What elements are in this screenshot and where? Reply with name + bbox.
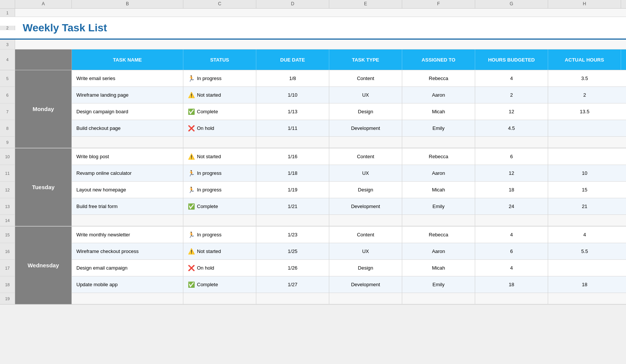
assigned-to-cell: Micah [402, 103, 475, 120]
hours-budgeted-cell: 24 [475, 198, 548, 214]
day-label-tuesday: Tuesday [15, 148, 72, 226]
empty-cell [72, 293, 183, 304]
day-label-wednesday: Wednesday [15, 227, 72, 304]
task-type-cell: UX [329, 165, 402, 181]
status-cell: 🏃In progress [183, 70, 256, 86]
status-text: In progress [197, 76, 222, 81]
empty-cell [183, 215, 256, 226]
status-cell: ⚠️Not started [183, 243, 256, 259]
actual-hours-cell: 5.5 [548, 243, 621, 259]
hours-budgeted-cell: 12 [475, 165, 548, 181]
empty-cell [183, 293, 256, 304]
actual-hours-cell: 4 [548, 227, 621, 243]
day-group-tuesday: 1011121314TuesdayWrite blog post⚠️Not st… [0, 148, 626, 227]
row-num-col: 1011121314 [0, 148, 15, 226]
assigned-to-cell: Emily [402, 120, 475, 136]
task-name-cell: Write email series [72, 70, 183, 86]
status-text: In progress [197, 170, 222, 176]
empty-cell [402, 293, 475, 304]
assigned-to-cell: Micah [402, 182, 475, 198]
empty-row-19 [72, 293, 626, 304]
task-name-cell: Update mobile app [72, 276, 183, 293]
task-row-17: Design email campaign❌On hold1/26DesignM… [72, 260, 626, 276]
empty-cell [402, 137, 475, 148]
status-icon: 🏃 [188, 231, 195, 238]
empty-cell [256, 293, 329, 304]
task-type-cell: Development [329, 120, 402, 136]
empty-cell [548, 293, 621, 304]
assigned-to-cell: Rebecca [402, 70, 475, 86]
hours-budgeted-cell: 12 [475, 103, 548, 120]
status-text: On hold [197, 265, 214, 271]
row-num-16: 16 [0, 243, 15, 260]
row-num-10: 10 [0, 148, 15, 165]
task-name-cell: Build free trial form [72, 198, 183, 214]
status-icon: ❌ [188, 265, 195, 271]
actual-hours-cell: 21 [548, 198, 621, 214]
actual-hours-cell: 15 [548, 182, 621, 198]
row-num-2: 2 [0, 26, 15, 30]
due-date-cell: 1/11 [256, 120, 329, 136]
empty-row-9 [72, 137, 626, 148]
col-header-c: C [183, 0, 256, 8]
hours-budgeted-cell: 4.5 [475, 120, 548, 136]
col-headers-row: A B C D E F G H [0, 0, 626, 9]
due-date-cell: 1/25 [256, 243, 329, 259]
row-3: 3 [0, 40, 626, 49]
task-row-11: Revamp online calculator🏃In progress1/18… [72, 165, 626, 182]
day-groups-container: 56789MondayWrite email series🏃In progres… [0, 70, 626, 305]
header-task-type: TASK TYPE [329, 49, 402, 70]
col-header-f: F [402, 0, 475, 8]
actual-hours-cell: 10 [548, 165, 621, 181]
status-cell: ⚠️Not started [183, 148, 256, 165]
task-type-cell: Design [329, 182, 402, 198]
empty-cell [72, 137, 183, 148]
task-name-cell: Design campaign board [72, 103, 183, 120]
task-type-cell: Design [329, 103, 402, 120]
tasks-col-tuesday: Write blog post⚠️Not started1/16ContentR… [72, 148, 626, 226]
header-due-date: DUE DATE [256, 49, 329, 70]
empty-cell [475, 137, 548, 148]
status-cell: ❌On hold [183, 260, 256, 276]
row-num-13: 13 [0, 198, 15, 215]
empty-cell [183, 137, 256, 148]
status-text: In progress [197, 232, 222, 238]
actual-hours-cell: 3.5 [548, 70, 621, 86]
status-cell: ✅Complete [183, 103, 256, 120]
task-type-cell: UX [329, 243, 402, 259]
hours-budgeted-cell: 6 [475, 243, 548, 259]
status-icon: ✅ [188, 203, 195, 210]
row-num-11: 11 [0, 165, 15, 182]
empty-cell [475, 215, 548, 226]
hours-budgeted-cell: 6 [475, 148, 548, 165]
task-row-7: Design campaign board✅Complete1/13Design… [72, 103, 626, 120]
task-name-cell: Build checkout page [72, 120, 183, 136]
hours-budgeted-cell: 4 [475, 260, 548, 276]
assigned-to-cell: Emily [402, 276, 475, 293]
actual-hours-cell: 18 [548, 276, 621, 293]
row-num-4: 4 [0, 49, 15, 70]
row-num-1: 1 [0, 9, 15, 17]
row-num-8: 8 [0, 120, 15, 137]
status-text: On hold [197, 125, 214, 131]
empty-cell [548, 137, 621, 148]
empty-cell [548, 215, 621, 226]
status-cell: ❌On hold [183, 120, 256, 136]
task-row-12: Layout new homepage🏃In progress1/19Desig… [72, 182, 626, 198]
task-row-15: Write monthly newsletter🏃In progress1/23… [72, 227, 626, 243]
status-icon: 🏃 [188, 75, 195, 82]
col-header-b: B [72, 0, 183, 8]
actual-hours-cell [548, 120, 621, 136]
task-row-8: Build checkout page❌On hold1/11Developme… [72, 120, 626, 137]
actual-hours-cell: 2 [548, 87, 621, 103]
col-header-h: H [548, 0, 621, 8]
task-row-10: Write blog post⚠️Not started1/16ContentR… [72, 148, 626, 165]
status-cell: 🏃In progress [183, 165, 256, 181]
status-text: Not started [197, 248, 221, 254]
status-text: Not started [197, 154, 221, 159]
task-row-6: Wireframe landing page⚠️Not started1/10U… [72, 87, 626, 103]
header-status: STATUS [183, 49, 256, 70]
due-date-cell: 1/23 [256, 227, 329, 243]
task-row-5: Write email series🏃In progress1/8Content… [72, 70, 626, 87]
row-num-18: 18 [0, 276, 15, 293]
